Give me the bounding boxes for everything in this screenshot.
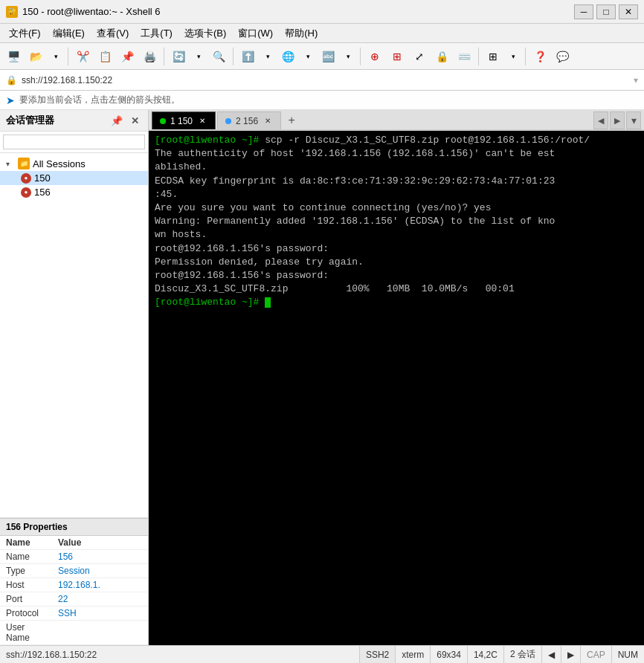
menu-help[interactable]: 帮助(H) xyxy=(279,25,323,42)
minimize-button[interactable]: ─ xyxy=(574,4,593,19)
sidebar-all-sessions-label: All Sessions xyxy=(33,158,86,169)
info-bar-text: 要添加当前会话，点击左侧的箭头按钮。 xyxy=(19,94,180,106)
info-bar-arrow-icon[interactable]: ➤ xyxy=(6,94,15,106)
maximize-button[interactable]: □ xyxy=(596,4,616,19)
term-line-12: Discuz_X3.1_SC_UTF8.zip 100% 10MB 10.0MB… xyxy=(155,282,638,296)
sidebar-controls: 📌 ✕ xyxy=(109,113,142,128)
toolbar-refresh[interactable]: 🔄 xyxy=(168,46,189,67)
sidebar-title: 会话管理器 xyxy=(6,114,109,127)
toolbar-print[interactable]: 🖨️ xyxy=(139,46,160,67)
sidebar-search-area xyxy=(0,132,148,153)
toolbar-grid-dropdown[interactable]: ▾ xyxy=(505,46,521,67)
toolbar-chat[interactable]: 💬 xyxy=(552,46,573,67)
sidebar-session-150-label: 150 xyxy=(34,172,51,184)
term-line-10: Permission denied, please try again. xyxy=(155,256,638,269)
term-line-13: [root@liwentao ~]# xyxy=(155,296,638,309)
toolbar-expand[interactable]: ⤢ xyxy=(409,46,430,67)
tab-150[interactable]: 1 150 ✕ xyxy=(152,111,216,129)
tab-close-156[interactable]: ✕ xyxy=(263,116,273,126)
address-dropdown-icon[interactable]: ▾ xyxy=(634,75,638,85)
terminal-screen[interactable]: [root@liwentao ~]# scp -r Discuz_X3.1_SC… xyxy=(149,131,644,645)
toolbar-globe-dropdown[interactable]: ▾ xyxy=(300,46,316,67)
tab-dot-150 xyxy=(160,118,166,124)
toolbar-copy[interactable]: 📋 xyxy=(94,46,115,67)
close-button[interactable]: ✕ xyxy=(619,4,638,19)
status-nav-left[interactable]: ◀ xyxy=(541,646,561,663)
toolbar-refresh-dropdown[interactable]: ▾ xyxy=(190,46,207,67)
toolbar-paste[interactable]: 📌 xyxy=(117,46,138,67)
toolbar-find[interactable]: 🔍 xyxy=(208,46,229,67)
tab-156[interactable]: 2 156 ✕ xyxy=(217,111,281,129)
toolbar-open-dropdown[interactable]: ▾ xyxy=(48,46,64,67)
toolbar-new-session[interactable]: 🖥️ xyxy=(3,46,24,67)
sidebar-item-all-sessions[interactable]: ▾ 📁 All Sessions xyxy=(0,156,148,171)
tab-label-150: 1 150 xyxy=(170,116,193,126)
term-line-3: ablished. xyxy=(155,161,638,174)
status-ssh2: SSH2 xyxy=(359,646,395,663)
app-icon: 🔐 xyxy=(6,6,18,18)
sidebar-session-156-label: 156 xyxy=(34,187,51,198)
term-line-9: root@192.168.1.156's password: xyxy=(155,242,638,256)
tab-nav: ◀ ▶ ▾ xyxy=(593,111,641,129)
tab-next-button[interactable]: ▶ xyxy=(610,111,625,129)
tab-prev-button[interactable]: ◀ xyxy=(593,111,608,129)
sidebar-tree: ▾ 📁 All Sessions ● 150 ● 156 xyxy=(0,153,148,517)
tab-add-button[interactable]: + xyxy=(283,111,300,129)
status-size: 69x34 xyxy=(430,646,467,663)
prop-port-value: 22 xyxy=(52,592,148,607)
properties-title: 156 Properties xyxy=(0,518,148,536)
toolbar-font-dropdown[interactable]: ▾ xyxy=(340,46,356,67)
menu-view[interactable]: 查看(V) xyxy=(91,25,135,42)
toolbar-keyboard[interactable]: ⌨️ xyxy=(454,46,474,67)
toolbar-sep1 xyxy=(68,48,68,65)
toolbar-transfer-dropdown[interactable]: ▾ xyxy=(260,46,276,67)
toolbar-open[interactable]: 📂 xyxy=(25,46,46,67)
sidebar-item-150[interactable]: ● 150 xyxy=(0,171,148,185)
cursor xyxy=(265,297,271,308)
prop-port-label: Port xyxy=(0,592,52,607)
status-left: ssh://192.168.1.150:22 xyxy=(0,650,359,660)
address-text[interactable]: ssh://192.168.1.150:22 xyxy=(22,75,629,85)
toolbar-grid[interactable]: ⊞ xyxy=(483,46,503,67)
prop-protocol-value: SSH xyxy=(52,607,148,621)
sidebar-search-input[interactable] xyxy=(3,135,145,149)
status-position: 14,2C xyxy=(467,646,503,663)
prop-row-header: Name Value xyxy=(0,536,148,550)
toolbar-globe[interactable]: 🌐 xyxy=(277,46,298,67)
status-sessions: 2 会话 xyxy=(503,646,541,663)
sidebar-close-icon[interactable]: ✕ xyxy=(127,113,142,128)
term-line-6: Are you sure you want to continue connec… xyxy=(155,201,638,215)
toolbar-lock[interactable]: 🔒 xyxy=(431,46,452,67)
tab-dot-156 xyxy=(225,118,231,124)
status-nav-right[interactable]: ▶ xyxy=(561,646,580,663)
toolbar-cut[interactable]: ✂️ xyxy=(72,46,93,67)
menu-edit[interactable]: 编辑(E) xyxy=(47,25,91,42)
sidebar-item-156[interactable]: ● 156 xyxy=(0,185,148,199)
address-lock-icon: 🔒 xyxy=(6,75,17,85)
toolbar-transfer[interactable]: ⬆️ xyxy=(237,46,258,67)
menu-bar: 文件(F) 编辑(E) 查看(V) 工具(T) 选项卡(B) 窗口(W) 帮助(… xyxy=(0,24,644,43)
sidebar-pin-icon[interactable]: 📌 xyxy=(109,113,124,128)
status-right: SSH2 xterm 69x34 14,2C 2 会话 ◀ ▶ CAP NUM xyxy=(359,646,644,663)
prop-row-type: Type Session xyxy=(0,564,148,578)
menu-tools[interactable]: 工具(T) xyxy=(135,25,178,42)
toolbar-help[interactable]: ❓ xyxy=(529,46,550,67)
toolbar-red-square[interactable]: ⊞ xyxy=(387,46,408,67)
tab-more-button[interactable]: ▾ xyxy=(626,111,641,129)
prop-row-name: Name 156 xyxy=(0,550,148,564)
toolbar-sep5 xyxy=(478,48,479,65)
menu-file[interactable]: 文件(F) xyxy=(3,25,47,42)
status-num: NUM xyxy=(611,646,644,663)
tab-close-150[interactable]: ✕ xyxy=(197,116,207,126)
status-cap: CAP xyxy=(580,646,611,663)
toolbar-red-circle[interactable]: ⊕ xyxy=(364,46,385,67)
toolbar-font[interactable]: 🔤 xyxy=(318,46,338,67)
prop-name-value: 156 xyxy=(52,550,148,564)
term-line-8: wn hosts. xyxy=(155,228,638,242)
info-bar: ➤ 要添加当前会话，点击左侧的箭头按钮。 xyxy=(0,91,644,110)
toolbar-sep3 xyxy=(233,48,234,65)
menu-tabs[interactable]: 选项卡(B) xyxy=(178,25,232,42)
prop-type-value: Session xyxy=(52,564,148,578)
menu-window[interactable]: 窗口(W) xyxy=(232,25,279,42)
address-bar: 🔒 ssh://192.168.1.150:22 ▾ xyxy=(0,70,644,91)
